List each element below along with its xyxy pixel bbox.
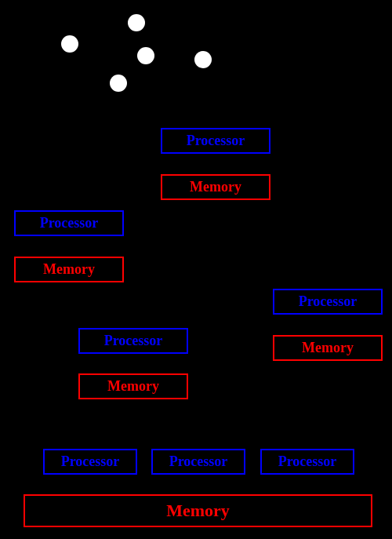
memory-box-2: Memory — [14, 257, 124, 282]
dot-4 — [110, 75, 127, 92]
memory-box-5: Memory — [24, 494, 372, 527]
processor-box-1: Processor — [161, 128, 270, 154]
dot-3 — [137, 47, 154, 64]
dot-2 — [128, 14, 145, 31]
processor-box-3: Processor — [273, 289, 383, 315]
memory-box-4: Memory — [78, 373, 188, 399]
memory-box-3: Memory — [273, 335, 383, 361]
dot-5 — [194, 51, 212, 68]
dot-1 — [61, 35, 78, 53]
processor-box-5c: Processor — [260, 449, 354, 475]
processor-box-2: Processor — [14, 210, 124, 236]
processor-box-5b: Processor — [151, 449, 245, 475]
processor-box-5a: Processor — [43, 449, 137, 475]
memory-box-1: Memory — [161, 174, 270, 200]
processor-box-4: Processor — [78, 328, 188, 354]
